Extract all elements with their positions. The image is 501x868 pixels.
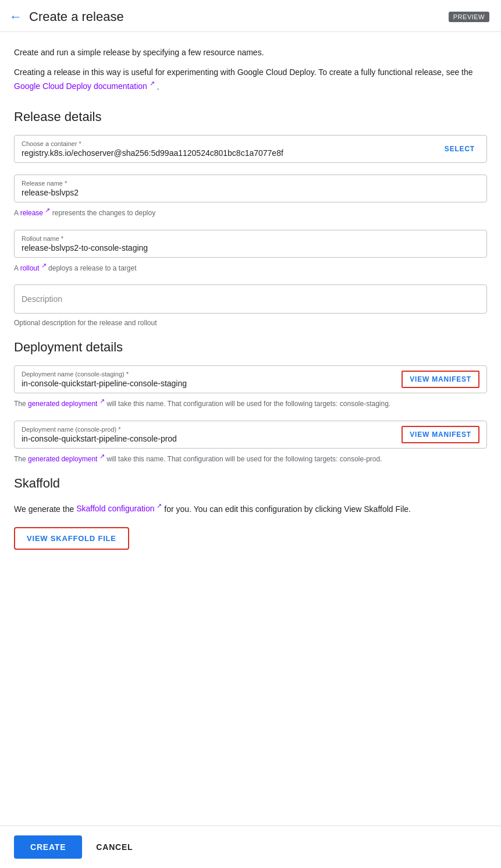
rollout-ext-icon: ↗ — [41, 262, 47, 269]
release-details-title: Release details — [14, 109, 487, 124]
staging-deployment-inner: Deployment name (console-staging) * in-c… — [22, 371, 397, 388]
prod-deployment-inner: Deployment name (console-prod) * in-cons… — [22, 426, 397, 443]
generated-deployment-staging-ext-icon: ↗ — [100, 397, 105, 404]
staging-deployment-label: Deployment name (console-staging) * — [22, 371, 397, 378]
release-name-field-group: Release name * A release ↗ represents th… — [14, 175, 487, 218]
intro-line1: Create and run a simple release by speci… — [14, 46, 487, 59]
skaffold-config-link[interactable]: Skaffold configuration ↗ — [76, 504, 164, 513]
cancel-button[interactable]: CANCEL — [91, 835, 137, 859]
description-placeholder: Description — [22, 294, 62, 304]
staging-deployment-value: in-console-quickstart-pipeline-console-s… — [22, 379, 397, 388]
rollout-name-input[interactable] — [22, 243, 479, 252]
prod-deployment-value: in-console-quickstart-pipeline-console-p… — [22, 434, 397, 443]
skaffold-section: Skaffold We generate the Skaffold config… — [14, 476, 487, 573]
prod-deployment-hint: The generated deployment ↗ will take thi… — [14, 452, 487, 464]
intro-line2-text-before: Creating a release in this way is useful… — [14, 67, 473, 77]
view-manifest-prod-button[interactable]: VIEW MANIFEST — [401, 426, 479, 443]
release-name-input[interactable] — [22, 188, 479, 197]
rollout-name-label: Rollout name * — [22, 235, 479, 242]
gcd-docs-link[interactable]: Google Cloud Deploy documentation ↗ — [14, 81, 157, 91]
main-content: Create and run a simple release by speci… — [0, 32, 501, 587]
prod-deployment-wrapper: Deployment name (console-prod) * in-cons… — [14, 421, 487, 449]
container-field-group: Choose a container * registry.k8s.io/ech… — [14, 135, 487, 163]
description-field-group: Description Optional description for the… — [14, 284, 487, 328]
release-ext-icon: ↗ — [45, 207, 50, 214]
page-title: Create a release — [29, 9, 442, 24]
create-button[interactable]: CREATE — [14, 835, 82, 859]
deployment-details-title: Deployment details — [14, 340, 487, 355]
page-header: ← Create a release PREVIEW — [0, 0, 501, 32]
container-label: Choose a container * — [22, 140, 435, 147]
container-field-wrapper: Choose a container * registry.k8s.io/ech… — [14, 135, 487, 163]
skaffold-config-ext-icon: ↗ — [157, 503, 162, 510]
view-skaffold-button[interactable]: VIEW SKAFFOLD FILE — [14, 527, 129, 550]
description-wrapper: Description — [14, 284, 487, 314]
rollout-name-field-wrapper: Rollout name * — [14, 230, 487, 258]
back-button[interactable]: ← — [9, 10, 22, 23]
intro-line2-text-after: . — [157, 81, 159, 91]
container-value: registry.k8s.io/echoserver@sha256:5d99aa… — [22, 148, 435, 158]
preview-badge: PREVIEW — [449, 12, 489, 22]
rollout-name-hint: A rollout ↗ deploys a release to a targe… — [14, 261, 487, 273]
release-link[interactable]: release ↗ — [20, 209, 52, 217]
external-link-icon: ↗ — [150, 80, 155, 87]
generated-deployment-staging-link[interactable]: generated deployment ↗ — [28, 400, 106, 408]
view-manifest-staging-button[interactable]: VIEW MANIFEST — [401, 371, 479, 388]
release-name-field-wrapper: Release name * — [14, 175, 487, 202]
select-container-button[interactable]: SELECT — [440, 143, 479, 155]
prod-deployment-label: Deployment name (console-prod) * — [22, 426, 397, 433]
generated-deployment-prod-link[interactable]: generated deployment ↗ — [28, 455, 106, 463]
container-field-inner: Choose a container * registry.k8s.io/ech… — [22, 140, 435, 158]
skaffold-title: Skaffold — [14, 476, 487, 491]
release-name-label: Release name * — [22, 180, 479, 187]
action-bar: CREATE CANCEL — [0, 826, 501, 868]
intro-line2: Creating a release in this way is useful… — [14, 66, 487, 93]
staging-deployment-field-group: Deployment name (console-staging) * in-c… — [14, 365, 487, 409]
staging-deployment-hint: The generated deployment ↗ will take thi… — [14, 397, 487, 409]
release-name-hint: A release ↗ represents the changes to de… — [14, 206, 487, 218]
staging-deployment-wrapper: Deployment name (console-staging) * in-c… — [14, 365, 487, 393]
prod-deployment-field-group: Deployment name (console-prod) * in-cons… — [14, 421, 487, 464]
generated-deployment-prod-ext-icon: ↗ — [100, 453, 105, 460]
skaffold-description: We generate the Skaffold configuration ↗… — [14, 501, 487, 515]
rollout-name-field-group: Rollout name * A rollout ↗ deploys a rel… — [14, 230, 487, 273]
rollout-link[interactable]: rollout ↗ — [20, 264, 48, 272]
description-hint: Optional description for the release and… — [14, 318, 487, 328]
